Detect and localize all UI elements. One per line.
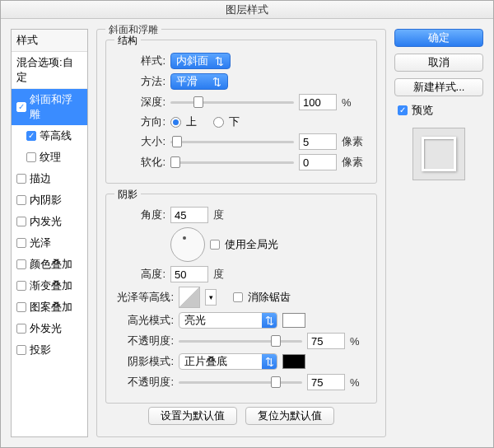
blending-options[interactable]: 混合选项:自定 bbox=[12, 52, 87, 89]
size-slider[interactable] bbox=[170, 134, 294, 149]
highlight-opacity-input[interactable]: 75 bbox=[307, 333, 345, 349]
altitude-input[interactable]: 50 bbox=[170, 266, 208, 282]
style-item-label: 内发光 bbox=[30, 214, 62, 229]
style-label: 样式: bbox=[114, 54, 165, 68]
style-item-label: 光泽 bbox=[30, 236, 51, 250]
style-item-checkbox[interactable] bbox=[16, 195, 26, 205]
gloss-contour-picker[interactable] bbox=[179, 287, 200, 308]
preview-checkbox[interactable]: ✓ bbox=[398, 105, 408, 115]
style-item-2[interactable]: 纹理 bbox=[12, 147, 87, 168]
style-item-checkbox[interactable] bbox=[16, 281, 26, 291]
style-item-label: 颜色叠加 bbox=[30, 257, 72, 272]
method-label: 方法: bbox=[114, 74, 165, 89]
style-item-label: 纹理 bbox=[40, 150, 61, 165]
soften-slider[interactable] bbox=[170, 155, 294, 170]
highlight-mode-select[interactable]: 亮光⇅ bbox=[179, 312, 277, 329]
altitude-label: 高度: bbox=[114, 267, 165, 282]
highlight-color-swatch[interactable] bbox=[282, 313, 305, 328]
direction-down-radio[interactable] bbox=[213, 117, 224, 128]
style-item-checkbox[interactable] bbox=[16, 238, 26, 248]
preview-label: 预览 bbox=[412, 103, 433, 118]
reset-default-button[interactable]: 复位为默认值 bbox=[245, 407, 334, 425]
antialias-label: 消除锯齿 bbox=[248, 290, 291, 305]
style-item-checkbox[interactable] bbox=[26, 152, 36, 162]
direction-label: 方向: bbox=[114, 114, 165, 129]
style-item-checkbox[interactable]: ✓ bbox=[26, 131, 36, 141]
style-item-6[interactable]: 光泽 bbox=[12, 232, 87, 254]
chevron-updown-icon: ⇅ bbox=[213, 55, 225, 68]
preview-thumbnail bbox=[412, 128, 465, 180]
style-item-label: 斜面和浮雕 bbox=[30, 92, 82, 122]
make-default-button[interactable]: 设置为默认值 bbox=[148, 407, 237, 425]
highlight-opacity-label: 不透明度: bbox=[114, 334, 174, 348]
style-item-label: 等高线 bbox=[40, 128, 72, 143]
style-item-label: 渐变叠加 bbox=[30, 278, 72, 293]
shading-legend: 阴影 bbox=[114, 188, 141, 202]
size-label: 大小: bbox=[114, 134, 165, 149]
gloss-contour-dropdown[interactable]: ▾ bbox=[205, 289, 217, 306]
style-item-1[interactable]: ✓等高线 bbox=[12, 125, 87, 147]
style-item-3[interactable]: 描边 bbox=[12, 168, 87, 189]
style-item-checkbox[interactable] bbox=[16, 217, 26, 226]
new-style-button[interactable]: 新建样式... bbox=[394, 78, 483, 96]
chevron-updown-icon: ⇅ bbox=[262, 354, 277, 369]
style-item-4[interactable]: 内阴影 bbox=[12, 189, 87, 211]
soften-label: 软化: bbox=[114, 155, 165, 170]
shadow-mode-select[interactable]: 正片叠底⇅ bbox=[179, 353, 277, 370]
antialias-checkbox[interactable] bbox=[233, 292, 243, 302]
soften-input[interactable]: 0 bbox=[299, 154, 337, 170]
angle-input[interactable]: 45 bbox=[170, 207, 208, 223]
style-item-5[interactable]: 内发光 bbox=[12, 211, 87, 232]
angle-label: 角度: bbox=[114, 208, 165, 222]
gloss-contour-label: 光泽等高线: bbox=[114, 290, 174, 305]
direction-up-label: 上 bbox=[186, 114, 197, 129]
chevron-updown-icon: ⇅ bbox=[211, 76, 222, 88]
style-item-label: 外发光 bbox=[30, 321, 62, 336]
shadow-mode-label: 阴影模式: bbox=[114, 354, 174, 369]
style-item-label: 投影 bbox=[30, 343, 51, 357]
highlight-opacity-slider[interactable] bbox=[179, 334, 302, 348]
style-item-checkbox[interactable] bbox=[16, 324, 26, 334]
ok-button[interactable]: 确定 bbox=[394, 29, 483, 47]
style-item-label: 内阴影 bbox=[30, 193, 62, 208]
px-unit: 像素 bbox=[342, 134, 363, 149]
depth-input[interactable]: 100 bbox=[299, 94, 337, 110]
percent-unit: % bbox=[342, 96, 352, 109]
global-light-checkbox[interactable] bbox=[210, 240, 220, 250]
global-light-label: 使用全局光 bbox=[225, 237, 278, 252]
style-item-checkbox[interactable] bbox=[16, 345, 26, 355]
shadow-color-swatch[interactable] bbox=[282, 354, 305, 369]
style-item-checkbox[interactable] bbox=[16, 174, 26, 184]
cancel-button[interactable]: 取消 bbox=[394, 54, 483, 72]
structure-legend: 结构 bbox=[114, 34, 141, 48]
style-item-label: 描边 bbox=[30, 171, 51, 186]
style-list: 样式 混合选项:自定 ✓斜面和浮雕✓等高线纹理描边内阴影内发光光泽颜色叠加渐变叠… bbox=[11, 29, 88, 437]
style-item-checkbox[interactable]: ✓ bbox=[16, 102, 26, 112]
depth-slider[interactable] bbox=[170, 95, 294, 110]
chevron-updown-icon: ⇅ bbox=[262, 313, 277, 328]
depth-label: 深度: bbox=[114, 95, 165, 110]
style-item-9[interactable]: 图案叠加 bbox=[12, 296, 87, 318]
style-item-8[interactable]: 渐变叠加 bbox=[12, 275, 87, 296]
style-list-header: 样式 bbox=[12, 30, 87, 52]
style-item-label: 图案叠加 bbox=[30, 300, 72, 315]
px-unit: 像素 bbox=[342, 155, 363, 170]
window-title: 图层样式 bbox=[1, 1, 493, 19]
style-item-7[interactable]: 颜色叠加 bbox=[12, 254, 87, 275]
highlight-mode-label: 高光模式: bbox=[114, 313, 174, 328]
angle-wheel[interactable] bbox=[170, 227, 205, 262]
style-item-11[interactable]: 投影 bbox=[12, 339, 87, 361]
style-select[interactable]: 内斜面⇅ bbox=[170, 53, 231, 69]
shadow-opacity-input[interactable]: 75 bbox=[307, 374, 345, 390]
style-item-0[interactable]: ✓斜面和浮雕 bbox=[12, 89, 87, 125]
style-item-10[interactable]: 外发光 bbox=[12, 318, 87, 339]
style-item-checkbox[interactable] bbox=[16, 259, 26, 269]
direction-up-radio[interactable] bbox=[170, 117, 181, 128]
direction-down-label: 下 bbox=[229, 114, 240, 129]
style-item-checkbox[interactable] bbox=[16, 302, 26, 312]
shadow-opacity-label: 不透明度: bbox=[114, 375, 174, 390]
shadow-opacity-slider[interactable] bbox=[179, 375, 302, 390]
size-input[interactable]: 5 bbox=[299, 133, 337, 150]
method-select[interactable]: 平滑⇅ bbox=[170, 73, 228, 90]
